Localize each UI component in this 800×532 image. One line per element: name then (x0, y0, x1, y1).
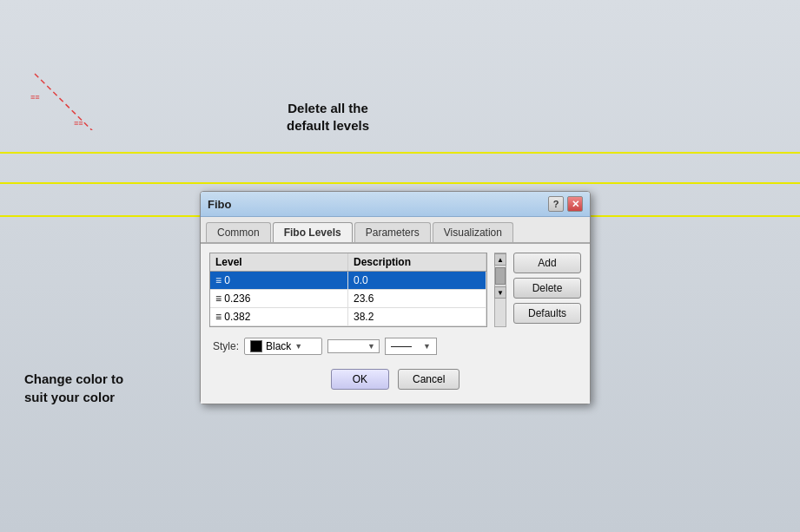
dialog-footer: OK Cancel (209, 365, 581, 395)
annotation-delete: Delete all the default levels (287, 100, 369, 134)
dialog-controls: ? ✕ (548, 196, 583, 212)
yellow-line-2 (0, 182, 800, 184)
table-container: Level Description ≡ 0 0.0 ≡ 0.236 23.6 ≡… (209, 253, 581, 327)
tab-common[interactable]: Common (206, 222, 271, 242)
scroll-down[interactable]: ▼ (494, 286, 506, 299)
scroll-thumb[interactable] (495, 267, 506, 285)
fibo-table: Level Description ≡ 0 0.0 ≡ 0.236 23.6 ≡… (209, 253, 487, 327)
table-row[interactable]: ≡ 0.236 23.6 (210, 290, 486, 308)
defaults-button[interactable]: Defaults (513, 303, 581, 324)
add-button[interactable]: Add (513, 253, 581, 273)
cell-desc-0: 0.0 (348, 272, 486, 289)
style-label: Style: (213, 340, 239, 352)
annotation-color: Change color to suit your color (24, 370, 123, 406)
color-name: Black (266, 340, 291, 352)
col-level: Level (210, 253, 348, 271)
style-type-dropdown[interactable]: ▼ (327, 339, 380, 353)
line-width-dropdown[interactable]: —— ▼ (385, 338, 437, 355)
cell-level-0: ≡ 0 (210, 272, 348, 289)
scroll-up[interactable]: ▲ (494, 253, 506, 266)
line-width-value: —— (391, 340, 412, 352)
cell-level-1: ≡ 0.236 (210, 290, 348, 307)
cell-level-2: ≡ 0.382 (210, 308, 348, 325)
style-row: Style: Black ▼ ▼ —— ▼ (209, 336, 581, 357)
table-action-buttons: Add Delete Defaults (513, 253, 581, 327)
table-header: Level Description (210, 253, 486, 272)
fibo-dialog: Fibo ? ✕ Common Fibo Levels Parameters V… (200, 191, 591, 404)
cell-desc-1: 23.6 (348, 290, 486, 307)
dialog-content: Level Description ≡ 0 0.0 ≡ 0.236 23.6 ≡… (201, 244, 590, 404)
style-dropdown-arrow: ▼ (367, 342, 375, 351)
col-description: Description (348, 253, 486, 271)
color-dropdown-arrow: ▼ (294, 342, 302, 351)
color-picker[interactable]: Black ▼ (244, 338, 322, 355)
dialog-titlebar: Fibo ? ✕ (201, 192, 590, 217)
color-swatch (250, 340, 262, 352)
help-button[interactable]: ? (548, 196, 564, 212)
yellow-line-1 (0, 152, 800, 154)
cancel-button[interactable]: Cancel (398, 369, 460, 390)
close-button[interactable]: ✕ (567, 196, 583, 212)
tab-fibo-levels[interactable]: Fibo Levels (273, 222, 353, 242)
table-scrollbar[interactable]: ▲ ▼ (494, 253, 506, 327)
tab-visualization[interactable]: Visualization (433, 222, 513, 242)
dialog-title: Fibo (208, 198, 231, 211)
dialog-tabs: Common Fibo Levels Parameters Visualizat… (201, 217, 590, 244)
cell-desc-2: 38.2 (348, 308, 486, 325)
ok-button[interactable]: OK (331, 369, 389, 390)
line-dropdown-arrow: ▼ (423, 342, 431, 351)
tab-parameters[interactable]: Parameters (354, 222, 431, 242)
table-row[interactable]: ≡ 0.382 38.2 (210, 308, 486, 326)
delete-button[interactable]: Delete (513, 278, 581, 299)
table-row[interactable]: ≡ 0 0.0 (210, 272, 486, 290)
